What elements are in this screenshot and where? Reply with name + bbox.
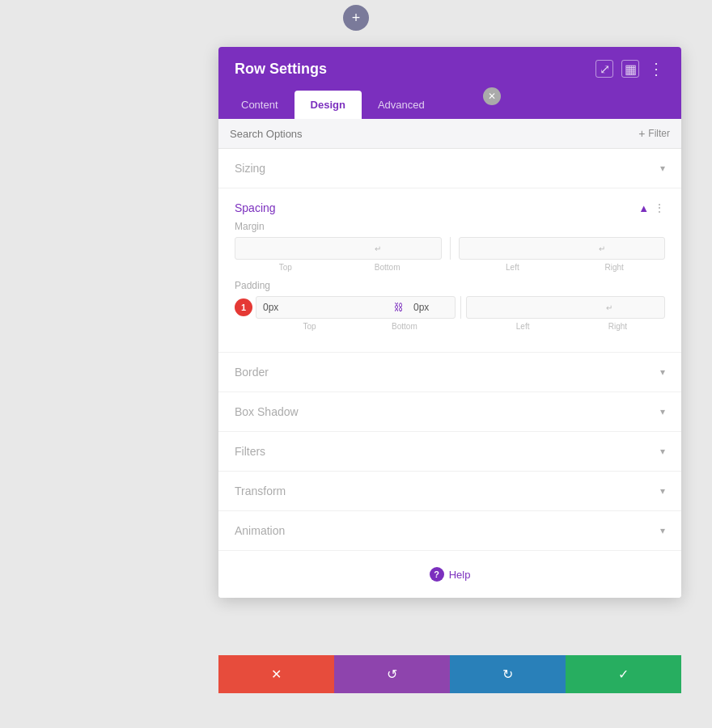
padding-badge: 1 [235,298,252,316]
padding-inputs-row: 1 ⛓ ↵ [235,296,665,319]
padding-right-input[interactable] [617,297,666,318]
tab-design[interactable]: Design [295,91,362,119]
padding-top-label: Top [262,322,357,331]
margin-top-label: Top [235,263,337,272]
spacing-options-icon[interactable]: ⋮ [654,201,665,214]
margin-bottom-input[interactable] [386,238,442,259]
margin-right-label: Right [563,263,665,272]
padding-right-label: Right [570,322,665,331]
padding-label: Padding [235,280,665,291]
padding-divider [460,296,461,319]
padding-bottom-label: Bottom [357,322,451,331]
close-button[interactable]: ✕ [483,87,501,105]
grid-icon[interactable]: ▦ [621,60,639,78]
transform-chevron-icon: ▾ [660,485,665,497]
spacing-section: Spacing ▲ ⋮ Margin ↵ [218,188,681,353]
filter-label: Filter [648,128,670,139]
add-row-button[interactable]: + [343,5,369,31]
margin-lr-labels: Left Right [462,263,666,272]
border-section[interactable]: Border ▾ [218,353,681,392]
margin-tb-labels: Top Bottom [235,263,439,272]
padding-group: Padding 1 ⛓ [235,280,665,331]
header-icons: ⤢ ▦ ⋮ [595,60,665,78]
filters-section[interactable]: Filters ▾ [218,432,681,472]
margin-lr-unit: ↵ [594,238,610,259]
spacing-section-icons: ▲ ⋮ [638,201,665,214]
cancel-button[interactable]: ✕ [218,655,334,693]
margin-top-bottom-group: ↵ [235,237,442,260]
margin-sub-labels: Top Bottom Left Right [235,263,665,272]
sizing-label: Sizing [235,162,265,175]
margin-label: Margin [235,221,665,232]
padding-sub-labels: Top Bottom Left Right [235,322,665,331]
redo-button[interactable]: ↻ [450,655,566,693]
box-shadow-chevron-icon: ▾ [660,406,665,417]
search-bar: + Filter [218,119,681,149]
padding-lr-labels: Left Right [476,322,666,331]
animation-section[interactable]: Animation ▾ [218,511,681,551]
margin-tb-unit: ↵ [370,238,386,259]
margin-bottom-label: Bottom [337,263,439,272]
margin-group: Margin ↵ ↵ [235,221,665,272]
animation-chevron-icon: ▾ [660,525,665,536]
search-input[interactable] [230,128,638,140]
plus-icon: + [352,11,361,25]
help-footer[interactable]: ? Help [218,551,681,598]
margin-left-input[interactable] [460,238,594,259]
undo-button[interactable]: ↺ [334,655,450,693]
redo-icon: ↻ [502,667,513,682]
box-shadow-label: Box Shadow [235,405,299,418]
spacing-header[interactable]: Spacing ▲ ⋮ [235,188,665,221]
padding-link-icon[interactable]: ⛓ [391,302,407,313]
help-label: Help [449,569,471,581]
modal-title: Row Settings [235,61,327,78]
box-shadow-section[interactable]: Box Shadow ▾ [218,392,681,432]
margin-top-input[interactable] [235,238,370,259]
modal-content: Sizing ▾ Spacing ▲ ⋮ Margin [218,149,681,598]
transform-section[interactable]: Transform ▾ [218,472,681,511]
margin-left-right-group: ↵ [459,237,666,260]
tabs-bar: Content Design Advanced [218,91,681,119]
margin-inputs-row: ↵ ↵ [235,237,665,260]
padding-lr-unit: ↵ [601,297,617,318]
margin-divider [450,237,451,260]
row-settings-modal: Row Settings ⤢ ▦ ⋮ Content Design [218,47,681,598]
padding-tb-labels: Top Bottom [262,322,452,331]
border-chevron-icon: ▾ [660,366,665,378]
transform-label: Transform [235,485,286,497]
help-icon: ? [430,567,444,582]
save-icon: ✓ [618,667,629,682]
close-icon: ✕ [488,91,496,102]
action-bar: ✕ ↺ ↻ ✓ [218,655,681,693]
sizing-section[interactable]: Sizing ▾ [218,149,681,188]
tab-advanced[interactable]: Advanced [362,91,441,119]
filter-plus-icon: + [638,127,645,140]
padding-top-input[interactable] [256,297,391,318]
margin-right-input[interactable] [610,238,666,259]
margin-left-label: Left [462,263,564,272]
undo-icon: ↺ [387,667,397,682]
filters-label: Filters [235,445,265,458]
padding-tb-group: ⛓ [256,296,456,319]
sizing-chevron-icon: ▾ [660,163,665,174]
expand-icon[interactable]: ⤢ [595,60,613,78]
padding-bottom-input[interactable] [407,297,456,318]
padding-left-label: Left [476,322,570,331]
spacing-label: Spacing [235,201,276,214]
modal-header: Row Settings ⤢ ▦ ⋮ [218,47,681,91]
border-label: Border [235,366,269,379]
padding-lr-group: ↵ [466,296,666,319]
filters-chevron-icon: ▾ [660,446,665,457]
animation-label: Animation [235,524,285,537]
padding-left-input[interactable] [467,297,601,318]
save-button[interactable]: ✓ [566,655,681,693]
cancel-icon: ✕ [271,667,282,682]
tab-content[interactable]: Content [225,91,295,119]
spacing-collapse-icon[interactable]: ▲ [638,202,649,214]
more-options-icon[interactable]: ⋮ [647,60,665,78]
filter-button[interactable]: + Filter [638,127,670,140]
